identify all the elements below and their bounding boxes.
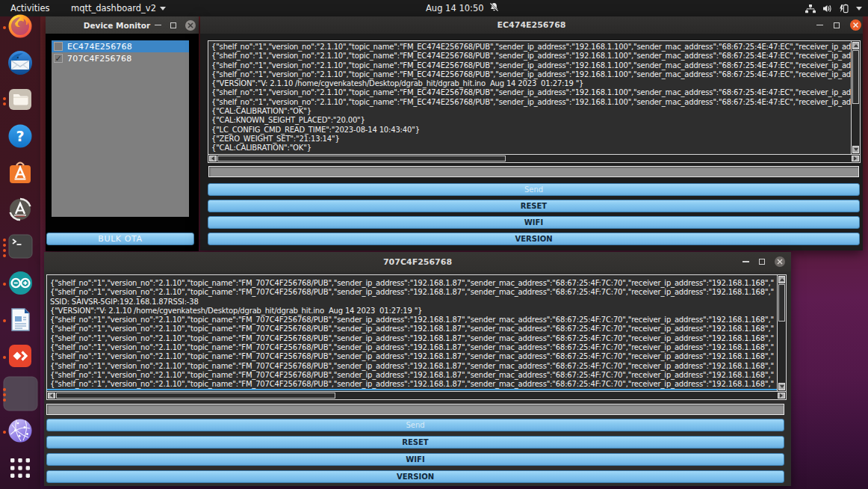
system-status-area[interactable] [805, 0, 862, 16]
scroll-left-arrow[interactable] [209, 156, 217, 162]
libreoffice-writer-icon [8, 307, 33, 335]
horizontal-scrollbar-thumb[interactable] [56, 393, 335, 399]
vertical-scrollbar-thumb[interactable] [778, 284, 785, 322]
707-window-title: 707C4F256768 [383, 257, 452, 267]
log-line: {"CAL:CALIBRATION":"OK"} [211, 107, 851, 116]
close-button[interactable] [775, 256, 785, 267]
close-button[interactable] [850, 19, 861, 31]
log-line: {"shelf_no":"1","version_no":"2.1.10","t… [50, 362, 777, 371]
log-line: {"shelf_no":"1","version_no":"2.1.10","t… [50, 352, 777, 361]
scroll-up-arrow[interactable] [778, 276, 785, 283]
scroll-right-arrow[interactable] [778, 393, 785, 399]
log-line: {"shelf_no":"1","version_no":"2.1.10","t… [211, 52, 851, 61]
minimize-button[interactable] [155, 25, 161, 26]
707-command-input[interactable] [47, 408, 784, 418]
device-monitor-window: Device Monitor EC474E256768 ✓ 707C4F2567… [46, 16, 199, 251]
ubuntu-software-icon [7, 160, 33, 188]
log-line: {"shelf_no":"1","version_no":"2.1.10","t… [211, 61, 851, 70]
log-line: SSID: SAIVSR-5GIP:192.168.1.87RSSI:-38 [50, 298, 777, 307]
arduino-ide-icon [7, 270, 34, 299]
show-applications-icon [10, 458, 31, 482]
dock-item-firefox[interactable] [0, 13, 40, 42]
device-monitor-titlebar[interactable]: Device Monitor [46, 16, 199, 34]
maximize-button[interactable] [834, 22, 840, 28]
dock-item-web-browser[interactable] [0, 418, 40, 446]
running-indicator [3, 87, 6, 115]
top-bar: Activities mqtt_dashboard_v2 Aug 14 10:5… [0, 0, 868, 16]
device-list-item[interactable]: EC474E256768 [52, 40, 189, 52]
707-log-area[interactable]: {"shelf_no":"1","version_no":"2.1.10","t… [47, 275, 777, 391]
log-line: {"CAL:KNOWN_SEIGHT_PLACED":"20.00"} [211, 116, 851, 125]
battery-charging-icon [839, 4, 849, 13]
log-lines: {"shelf_no":"1","version_no":"2.1.10","t… [211, 43, 851, 153]
device-label: 707C4F256768 [67, 54, 131, 64]
maximize-button[interactable] [170, 22, 176, 28]
scroll-down-arrow[interactable] [852, 146, 859, 153]
707-wifi-button[interactable]: WIFI [46, 453, 784, 466]
707c4f256768-window: 707C4F256768 {"shelf_no":"1","version_no… [44, 252, 791, 486]
scroll-up-arrow[interactable] [852, 42, 859, 49]
707-reset-button[interactable]: RESET [46, 436, 784, 449]
running-indicator [3, 233, 6, 262]
files-icon [7, 87, 33, 115]
dock-item-thunderbird[interactable] [0, 50, 40, 79]
notifications-disabled-icon [489, 2, 499, 14]
707-log-frame: {"shelf_no":"1","version_no":"2.1.10","t… [46, 274, 787, 400]
running-indicator [3, 13, 6, 42]
dock-item-remmina[interactable] [0, 343, 40, 372]
minimize-button[interactable] [743, 261, 749, 262]
ec-titlebar[interactable]: EC474E256768 [200, 16, 863, 34]
dock-item-terminal[interactable] [0, 233, 40, 262]
dock-item-libreoffice-writer[interactable] [0, 307, 40, 335]
running-indicator [3, 418, 6, 446]
checkbox-unchecked-icon[interactable] [54, 42, 63, 51]
horizontal-scrollbar[interactable] [208, 154, 860, 162]
vertical-scrollbar[interactable] [851, 41, 860, 154]
ec-command-entry[interactable] [208, 166, 859, 177]
running-indicator [3, 270, 6, 298]
log-line: {"ZERO_WEIGHT_SET":"21:13:14"} [211, 135, 851, 144]
dock-item-show-applications[interactable] [0, 455, 40, 484]
horizontal-scrollbar[interactable] [47, 391, 786, 399]
ec-version-button[interactable]: VERSION [208, 233, 860, 245]
dock-item-arduino-ide[interactable] [0, 270, 40, 298]
707-command-entry[interactable] [46, 404, 784, 415]
minimize-button[interactable] [816, 25, 823, 26]
vertical-scrollbar-thumb[interactable] [852, 50, 859, 104]
dock-item-app-window[interactable] [0, 377, 40, 413]
svg-text:?: ? [16, 128, 24, 144]
ec-send-button[interactable]: Send [208, 183, 860, 196]
thunderbird-icon [7, 49, 34, 79]
maximize-button[interactable] [759, 259, 765, 265]
device-list-item[interactable]: ✓ 707C4F256768 [52, 52, 189, 64]
scroll-left-arrow[interactable] [48, 393, 55, 399]
bulk-ota-button[interactable]: BULK OTA [46, 233, 194, 245]
scroll-down-arrow[interactable] [778, 383, 785, 390]
707-version-button[interactable]: VERSION [46, 470, 784, 483]
device-monitor-title: Device Monitor [84, 21, 150, 30]
scroll-right-arrow[interactable] [852, 156, 859, 162]
clock-label: Aug 14 10:50 [426, 0, 484, 16]
ec-log-frame: {"shelf_no":"1","version_no":"2.1.10","t… [208, 40, 861, 163]
ec-wifi-button[interactable]: WIFI [208, 216, 860, 229]
clock-menu[interactable]: Aug 14 10:50 [426, 0, 499, 16]
dock-item-help[interactable]: ? [0, 123, 40, 152]
dock-item-files[interactable] [0, 87, 40, 115]
running-indicator [3, 307, 6, 335]
ec-log-area[interactable]: {"shelf_no":"1","version_no":"2.1.10","t… [208, 41, 851, 154]
checkbox-checked-icon[interactable]: ✓ [54, 54, 63, 63]
log-line: {"shelf_no":"1","version_no":"2.1.10","t… [50, 380, 777, 389]
log-line: {"shelf_no":"1","version_no":"2.1.10","t… [211, 43, 851, 52]
log-line: {"shelf_no":"1","version_no":"2.1.10","t… [50, 371, 777, 380]
dock-item-ubuntu-software[interactable] [0, 160, 40, 188]
horizontal-scrollbar-thumb[interactable] [217, 156, 506, 162]
ec-reset-button[interactable]: RESET [208, 200, 860, 212]
vertical-scrollbar[interactable] [777, 275, 786, 391]
ec-command-input[interactable] [209, 170, 858, 180]
app-menu[interactable]: mqtt_dashboard_v2 [71, 0, 166, 16]
707-titlebar[interactable]: 707C4F256768 [44, 252, 791, 271]
dock-item-software-updater[interactable] [0, 197, 40, 225]
device-list[interactable]: EC474E256768 ✓ 707C4F256768 [52, 40, 189, 217]
707-send-button[interactable]: Send [46, 419, 784, 431]
close-button[interactable] [185, 20, 196, 31]
